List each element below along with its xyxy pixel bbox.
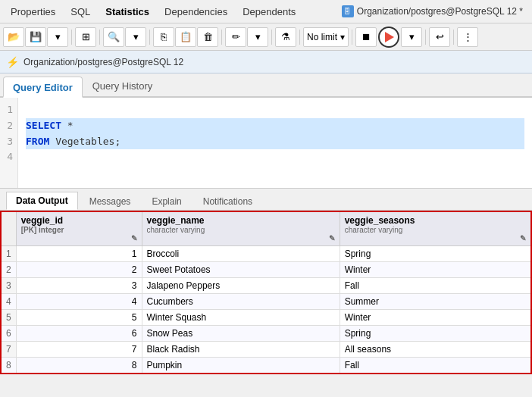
sql-content[interactable]: SELECT * FROM Vegetables;	[18, 98, 532, 188]
table-header-row: veggie_id [PK] integer ✎ veggie_name cha…	[1, 211, 531, 246]
table-body: 1 1 Broccoli Spring 2 2 Sweet Potatoes W…	[1, 246, 531, 374]
table-row: 3 3 Jalapeno Peppers Fall	[1, 278, 531, 294]
cell-season-2: Winter	[340, 262, 531, 278]
edit-col3-icon[interactable]: ✎	[520, 234, 526, 242]
edit-col2-icon[interactable]: ✎	[329, 234, 335, 242]
menu-dependents[interactable]: Dependents	[235, 0, 303, 23]
toolbar-sep-9	[453, 30, 454, 45]
sql-line-3: FROM Vegetables;	[26, 134, 524, 150]
table-row: 4 4 Cucumbers Summer	[1, 294, 531, 310]
edit-col1-icon[interactable]: ✎	[131, 234, 137, 242]
back-button[interactable]: ↩	[429, 27, 450, 47]
cell-season-7: All seasons	[340, 342, 531, 358]
menu-sql[interactable]: SQL	[63, 0, 98, 23]
tab-messages[interactable]: Messages	[80, 192, 141, 210]
filter-button[interactable]: ⚗	[275, 27, 296, 47]
col-header-veggie-id: veggie_id [PK] integer ✎	[16, 211, 142, 246]
toolbar: 📂 💾 ▾ ⊞ 🔍 ▾ ⎘ 📋 🗑 ✏ ▾ ⚗ No limit ▾ ⏹ ▾ ↩…	[0, 23, 532, 51]
tab-notifications[interactable]: Notifications	[193, 192, 262, 210]
sql-line-2: SELECT *	[26, 118, 524, 134]
cell-season-4: Summer	[340, 294, 531, 310]
sql-line-4	[26, 149, 524, 165]
col-header-veggie-seasons: veggie_seasons character varying ✎	[340, 211, 531, 246]
toolbar-sep-7	[352, 30, 352, 45]
cell-name-6: Snow Peas	[142, 326, 340, 342]
toolbar-sep-6	[299, 30, 300, 45]
db-connection-label: 🗄 Organization/postgres@PostgreSQL 12 *	[336, 5, 529, 17]
cell-name-7: Black Radish	[142, 342, 340, 358]
row-num-4: 4	[1, 294, 16, 310]
delete-button[interactable]: 🗑	[197, 27, 218, 47]
line-numbers: 1 2 3 4	[0, 98, 18, 188]
open-file-button[interactable]: 📂	[3, 27, 24, 47]
no-limit-chevron: ▾	[340, 32, 345, 42]
table-row: 6 6 Snow Peas Spring	[1, 326, 531, 342]
tab-data-output[interactable]: Data Output	[6, 192, 78, 210]
cell-id-2: 2	[16, 262, 142, 278]
search-dropdown[interactable]: ▾	[125, 27, 146, 47]
search-button[interactable]: 🔍	[103, 27, 124, 47]
col-header-veggie-name: veggie_name character varying ✎	[142, 211, 340, 246]
output-tabs: Data Output Messages Explain Notificatio…	[0, 189, 532, 211]
cell-id-1: 1	[16, 246, 142, 262]
menu-properties[interactable]: Properties	[3, 0, 63, 23]
cell-name-3: Jalapeno Peppers	[142, 278, 340, 294]
edit-button[interactable]: ✏	[225, 27, 246, 47]
connection-icon: ⚡	[6, 56, 19, 68]
save-button[interactable]: 💾	[25, 27, 46, 47]
table-row: 7 7 Black Radish All seasons	[1, 342, 531, 358]
grid-button[interactable]: ⊞	[75, 27, 96, 47]
cell-season-6: Spring	[340, 326, 531, 342]
sql-editor: 1 2 3 4 SELECT * FROM Vegetables;	[0, 98, 532, 189]
row-num-2: 2	[1, 262, 16, 278]
table-row: 2 2 Sweet Potatoes Winter	[1, 262, 531, 278]
toolbar-sep-1	[71, 30, 72, 45]
data-output: veggie_id [PK] integer ✎ veggie_name cha…	[0, 211, 532, 374]
table-row: 5 5 Winter Squash Winter	[1, 310, 531, 326]
cell-id-5: 5	[16, 310, 142, 326]
tab-query-editor[interactable]: Query Editor	[3, 77, 83, 98]
edit-dropdown[interactable]: ▾	[247, 27, 268, 47]
run-icon	[385, 32, 394, 42]
paste-button[interactable]: 📋	[175, 27, 196, 47]
cell-name-2: Sweet Potatoes	[142, 262, 340, 278]
menu-dependencies[interactable]: Dependencies	[157, 0, 235, 23]
menu-right: 🗄 Organization/postgres@PostgreSQL 12 *	[336, 5, 529, 17]
editor-tabs: Query Editor Query History	[0, 73, 532, 98]
cell-season-1: Spring	[340, 246, 531, 262]
copy-button[interactable]: ⎘	[153, 27, 174, 47]
row-num-7: 7	[1, 342, 16, 358]
tab-query-history[interactable]: Query History	[83, 75, 162, 96]
row-num-1: 1	[1, 246, 16, 262]
tab-explain[interactable]: Explain	[142, 192, 191, 210]
toolbar-search-group: 🔍 ▾	[103, 27, 146, 47]
line-num-2: 2	[5, 118, 13, 134]
connection-bar: ⚡ Organization/postgres@PostgreSQL 12	[0, 51, 532, 73]
cell-season-5: Winter	[340, 310, 531, 326]
toolbar-copy-group: ⎘ 📋 🗑	[153, 27, 218, 47]
more-button[interactable]: ⋮	[457, 27, 478, 47]
run-dropdown[interactable]: ▾	[401, 27, 422, 47]
no-limit-dropdown[interactable]: No limit ▾	[303, 27, 349, 47]
row-num-header	[1, 211, 16, 246]
toolbar-edit-group: ✏ ▾	[225, 27, 268, 47]
row-num-5: 5	[1, 310, 16, 326]
toolbar-sep-2	[99, 30, 100, 45]
table-row: 1 1 Broccoli Spring	[1, 246, 531, 262]
row-num-6: 6	[1, 326, 16, 342]
toolbar-sep-4	[221, 30, 222, 45]
data-table: veggie_id [PK] integer ✎ veggie_name cha…	[0, 211, 532, 374]
stop-button[interactable]: ⏹	[355, 27, 377, 47]
cell-id-7: 7	[16, 342, 142, 358]
menu-statistics[interactable]: Statistics	[98, 0, 157, 23]
table-row: 8 8 Pumpkin Fall	[1, 358, 531, 374]
cell-name-8: Pumpkin	[142, 358, 340, 374]
cell-name-5: Winter Squash	[142, 310, 340, 326]
cell-name-4: Cucumbers	[142, 294, 340, 310]
toolbar-grid-group: ⊞	[75, 27, 96, 47]
toolbar-sep-8	[425, 30, 426, 45]
line-num-4: 4	[5, 149, 13, 165]
toolbar-file-group: 📂 💾 ▾	[3, 27, 68, 47]
run-button[interactable]	[378, 27, 399, 48]
save-dropdown[interactable]: ▾	[47, 27, 68, 47]
